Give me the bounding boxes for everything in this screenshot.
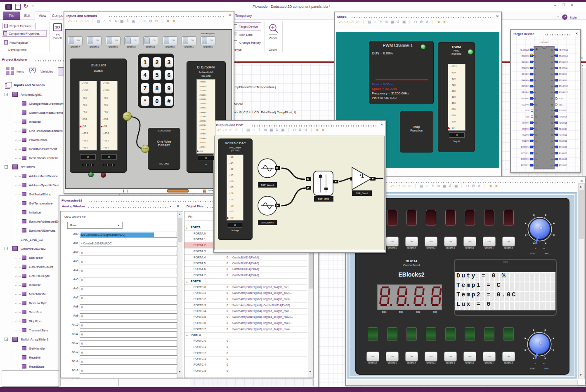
- svg-text:RC6/IN22: RC6/IN22: [559, 140, 567, 142]
- svg-text:33: 33: [551, 92, 553, 94]
- svg-text:36: 36: [551, 73, 553, 75]
- svg-text:RC0/IN8: RC0/IN8: [522, 134, 529, 136]
- svg-text:22: 22: [551, 158, 553, 160]
- svg-text:30: 30: [551, 110, 553, 112]
- svg-text:16F18877: 16F18877: [539, 41, 550, 44]
- svg-text:12: 12: [535, 116, 537, 118]
- svg-text:RD7/IN27: RD7/IN27: [559, 110, 567, 112]
- svg-text:RA2/AN2: RA2/AN2: [522, 67, 530, 69]
- svg-text:RB2/AN8: RB2/AN8: [559, 80, 567, 82]
- svg-text:RC5/IN21: RC5/IN21: [559, 146, 567, 148]
- svg-text:RE1/AN7: RE1/AN7: [522, 98, 530, 100]
- svg-text:VSS: VSS: [559, 104, 562, 106]
- svg-text:DSP_Wave1: DSP_Wave1: [261, 184, 274, 186]
- svg-text:RD5/IN25: RD5/IN25: [559, 122, 567, 124]
- svg-text:19: 19: [535, 158, 537, 160]
- svg-text:11: 11: [535, 110, 537, 112]
- svg-text:RE3/MCLR: RE3/MCLR: [520, 49, 530, 51]
- svg-text:21: 21: [551, 164, 553, 167]
- svg-text:RA4/AN4: RA4/AN4: [522, 80, 530, 82]
- svg-text:RC3/IN11: RC3/IN11: [521, 153, 529, 155]
- svg-text:RD4/IN24: RD4/IN24: [559, 128, 567, 130]
- svg-text:23: 23: [551, 153, 553, 155]
- svg-text:18: 18: [535, 153, 537, 155]
- svg-text:RD6/IN26: RD6/IN26: [559, 116, 567, 118]
- svg-text:31: 31: [551, 104, 553, 106]
- svg-text:VDD: VDD: [525, 110, 529, 112]
- svg-text:*1: *1: [359, 174, 364, 178]
- svg-text:RB6/AN14: RB6/AN14: [559, 55, 568, 57]
- svg-text:RD2/IN18: RD2/IN18: [559, 164, 567, 167]
- svg-text:35: 35: [551, 80, 553, 82]
- svg-text:40: 40: [551, 49, 553, 51]
- svg-text:RB5/AN12: RB5/AN12: [559, 61, 568, 63]
- svg-text:39: 39: [551, 55, 553, 57]
- svg-text:37: 37: [551, 67, 553, 69]
- svg-text:RD0/IN12: RD0/IN12: [521, 158, 530, 160]
- svg-text:RC4/IN20: RC4/IN20: [559, 153, 567, 155]
- svg-text:13: 13: [535, 122, 537, 124]
- svg-text:25: 25: [551, 140, 553, 142]
- svg-text:DSP_Gain1: DSP_Gain1: [356, 192, 368, 195]
- svg-text:RB4/AN11: RB4/AN11: [559, 67, 568, 69]
- svg-text:34: 34: [551, 85, 553, 87]
- svg-text:RE2/AN8: RE2/AN8: [522, 104, 530, 106]
- svg-text:RA0/AN0: RA0/AN0: [522, 55, 530, 57]
- svg-text:VSS: VSS: [526, 116, 529, 118]
- svg-text:RA5/AN5: RA5/AN5: [522, 85, 530, 87]
- svg-text:DSP_Wave2: DSP_Wave2: [261, 221, 274, 224]
- svg-text:26: 26: [551, 134, 553, 136]
- svg-text:16: 16: [535, 140, 537, 142]
- svg-text:10: 10: [535, 104, 537, 106]
- svg-text:VDD: VDD: [559, 98, 563, 100]
- svg-text:RC1/IN9: RC1/IN9: [522, 140, 529, 142]
- svg-text:29: 29: [551, 116, 553, 118]
- svg-text:24: 24: [551, 146, 553, 148]
- svg-text:RB0/AN12: RB0/AN12: [559, 92, 568, 94]
- svg-text:RA6/IN6: RA6/IN6: [522, 128, 530, 130]
- svg-text:RD1/IN13: RD1/IN13: [521, 164, 530, 167]
- svg-text:20: 20: [535, 164, 537, 167]
- svg-text:RA1/AN1: RA1/AN1: [522, 61, 530, 63]
- svg-text:RD3/IN19: RD3/IN19: [559, 158, 567, 160]
- svg-text:38: 38: [551, 61, 553, 63]
- svg-text:RC7/IN23: RC7/IN23: [559, 134, 567, 136]
- svg-text:15: 15: [535, 134, 537, 136]
- svg-text:RB1/AN10: RB1/AN10: [559, 85, 568, 87]
- svg-text:14: 14: [535, 128, 537, 130]
- svg-text:DSP_MIX1: DSP_MIX1: [318, 198, 329, 200]
- svg-text:RA7/IN7: RA7/IN7: [522, 122, 530, 124]
- svg-text:RB7/AN13: RB7/AN13: [559, 49, 568, 51]
- svg-text:32: 32: [551, 98, 553, 100]
- svg-text:RA3/AN3: RA3/AN3: [522, 73, 530, 75]
- svg-text:RE0/AN6: RE0/AN6: [522, 92, 530, 94]
- svg-text:28: 28: [551, 122, 553, 124]
- svg-text:RC2/IN10: RC2/IN10: [521, 146, 530, 148]
- svg-text:17: 17: [535, 146, 537, 148]
- svg-text:RB3/AN9: RB3/AN9: [559, 73, 567, 75]
- svg-text:27: 27: [551, 128, 553, 130]
